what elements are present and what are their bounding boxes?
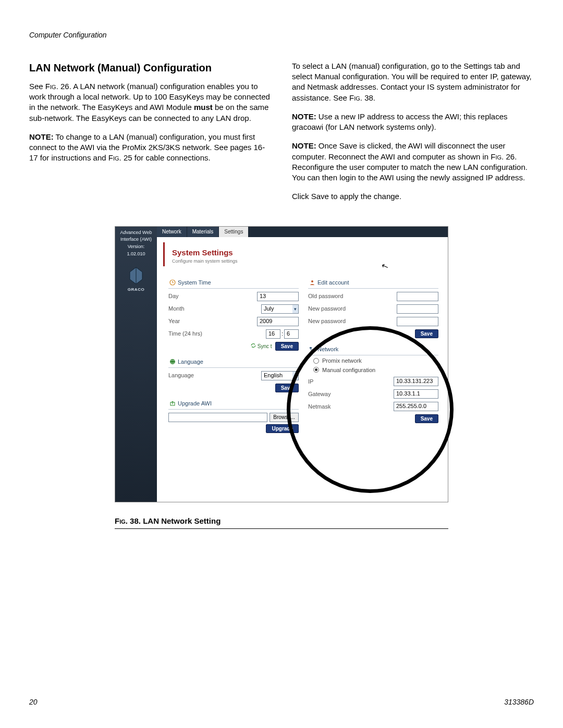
year-label: Year bbox=[168, 317, 257, 325]
sidebar-line1: Advanced Web bbox=[115, 230, 157, 236]
hour-input[interactable]: 16 bbox=[266, 329, 280, 339]
manual-config-radio[interactable]: Manual configuration bbox=[313, 366, 438, 374]
graco-logo-icon bbox=[127, 266, 145, 285]
document-id: 313386D bbox=[504, 697, 534, 707]
page-heading: System Settings Configure main system se… bbox=[163, 242, 448, 266]
day-label: Day bbox=[168, 292, 257, 300]
netmask-input[interactable]: 255.255.0.0 bbox=[394, 402, 438, 411]
app-sidebar: Advanced Web Interface (AWI) Version: 1.… bbox=[115, 227, 157, 502]
sidebar-line2: Interface (AWI) bbox=[115, 237, 157, 243]
time-label: Time (24 hrs) bbox=[168, 330, 266, 338]
page-footer: 20 313386D bbox=[29, 697, 534, 707]
chevron-down-icon: ▾ bbox=[292, 372, 298, 380]
refresh-icon bbox=[251, 343, 256, 350]
new-password-1-label: New password bbox=[308, 305, 397, 313]
tab-materials[interactable]: Materials bbox=[187, 227, 219, 237]
para-r1: To select a LAN (manual) configuration, … bbox=[292, 61, 534, 103]
language-label: Language bbox=[168, 372, 261, 379]
brand-label: GRACO bbox=[115, 287, 157, 292]
system-time-header: System Time bbox=[168, 278, 299, 289]
netmask-label: Netmask bbox=[308, 403, 394, 411]
svg-point-1 bbox=[170, 359, 175, 364]
clock-icon bbox=[169, 279, 176, 286]
old-password-label: Old password bbox=[308, 292, 397, 300]
network-save-button[interactable]: Save bbox=[415, 414, 438, 423]
right-column: To select a LAN (manual) configuration, … bbox=[292, 61, 534, 211]
new-password-2-label: New password bbox=[308, 317, 397, 325]
svg-point-3 bbox=[311, 280, 313, 282]
new-password-1-input[interactable] bbox=[397, 304, 438, 314]
running-header: Computer Configuration bbox=[29, 30, 534, 40]
day-input[interactable]: 13 bbox=[257, 292, 299, 301]
page-number: 20 bbox=[29, 697, 38, 707]
upgrade-icon bbox=[169, 400, 176, 406]
svg-rect-4 bbox=[310, 347, 312, 349]
page-subtitle: Configure main system settings bbox=[172, 258, 440, 264]
tab-bar: Network Materials Settings bbox=[157, 227, 448, 237]
globe-icon bbox=[169, 359, 176, 365]
ip-label: IP bbox=[308, 378, 394, 386]
network-header: Network bbox=[308, 344, 438, 355]
minute-input[interactable]: 6 bbox=[284, 329, 299, 339]
sidebar-line3: Version: bbox=[115, 244, 157, 250]
system-time-save-button[interactable]: Save bbox=[275, 342, 299, 351]
sync-link[interactable]: Sync t bbox=[251, 343, 272, 350]
para-r3: NOTE: Once Save is clicked, the AWI will… bbox=[292, 141, 534, 183]
para-2: NOTE: To change to a LAN (manual) config… bbox=[29, 132, 271, 164]
gateway-label: Gateway bbox=[308, 390, 394, 398]
language-save-button[interactable]: Save bbox=[275, 384, 299, 392]
figure-screenshot: Advanced Web Interface (AWI) Version: 1.… bbox=[115, 226, 448, 529]
section-title: LAN Network (Manual) Configuration bbox=[29, 61, 271, 75]
user-icon bbox=[309, 279, 315, 286]
account-save-button[interactable]: Save bbox=[415, 329, 438, 338]
tab-settings[interactable]: Settings bbox=[219, 227, 249, 237]
ip-input[interactable]: 10.33.131.223 bbox=[394, 377, 438, 386]
month-label: Month bbox=[168, 305, 261, 313]
figure-caption: Fig. 38. LAN Network Setting bbox=[115, 516, 448, 529]
para-r2: NOTE: Use a new IP address to access the… bbox=[292, 112, 534, 133]
upgrade-header: Upgrade AWI bbox=[168, 399, 299, 410]
upgrade-file-input[interactable] bbox=[168, 413, 267, 422]
gateway-input[interactable]: 10.33.1.1 bbox=[394, 389, 438, 399]
left-column: LAN Network (Manual) Configuration See F… bbox=[29, 61, 271, 211]
network-icon bbox=[309, 346, 315, 352]
upgrade-button[interactable]: Upgrade bbox=[266, 424, 299, 433]
language-select[interactable]: English▾ bbox=[261, 371, 299, 380]
new-password-2-input[interactable] bbox=[397, 317, 438, 326]
language-header: Language bbox=[168, 357, 299, 368]
tab-network[interactable]: Network bbox=[157, 227, 187, 237]
sidebar-version: 1.02.010 bbox=[115, 251, 157, 257]
year-input[interactable]: 2009 bbox=[257, 317, 299, 326]
chevron-down-icon: ▾ bbox=[292, 305, 298, 313]
edit-account-header: Edit account bbox=[308, 278, 438, 289]
para-1: See Fig. 26. A LAN network (manual) conf… bbox=[29, 81, 271, 124]
old-password-input[interactable] bbox=[397, 292, 438, 301]
browse-button[interactable]: Browse... bbox=[270, 413, 299, 422]
month-select[interactable]: July▾ bbox=[261, 304, 299, 314]
para-r4: Click Save to apply the change. bbox=[292, 191, 534, 202]
page-title: System Settings bbox=[172, 248, 440, 258]
promix-network-radio[interactable]: Promix network bbox=[313, 357, 438, 365]
